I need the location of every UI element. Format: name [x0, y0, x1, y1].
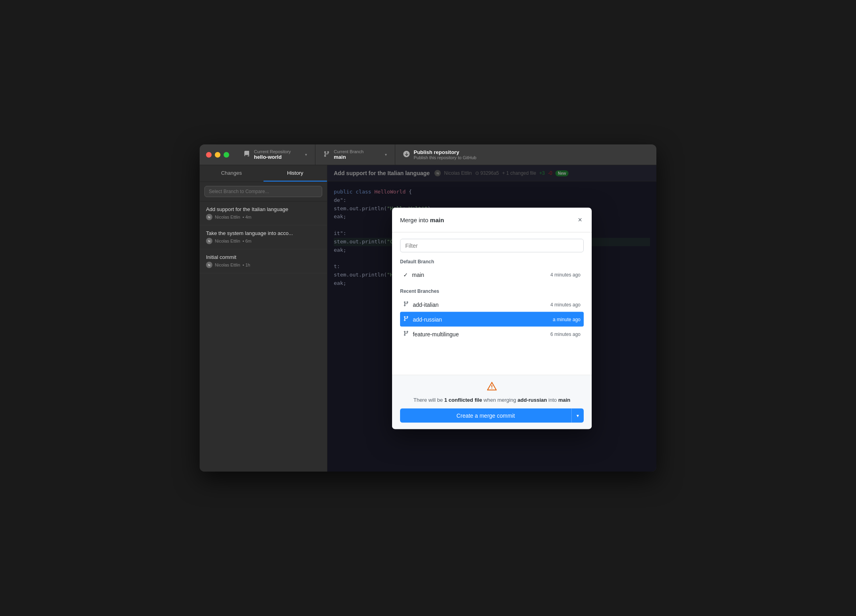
- branch-chevron-icon: ▾: [385, 152, 387, 157]
- merge-modal: Merge into main × Default Branch ✓ main …: [392, 208, 592, 429]
- branch-name: main: [412, 272, 547, 278]
- commit-list: Add support for the Italian language N N…: [200, 201, 327, 472]
- modal-footer: There will be 1 conflicted file when mer…: [392, 375, 592, 429]
- app-window: Current Repository hello-world ▾ Current…: [200, 144, 656, 472]
- merge-commit-dropdown-button[interactable]: ▾: [571, 409, 584, 423]
- branch-name: feature-multilingue: [413, 331, 547, 337]
- branch-item-main[interactable]: ✓ main 4 minutes ago: [400, 268, 584, 282]
- repo-chevron-icon: ▾: [305, 152, 307, 157]
- branch-filter-input[interactable]: [400, 239, 584, 253]
- list-item[interactable]: Add support for the Italian language N N…: [200, 201, 327, 225]
- svg-point-0: [491, 388, 492, 389]
- minimize-button[interactable]: [215, 152, 220, 158]
- toolbar: Current Repository hello-world ▾ Current…: [236, 144, 650, 165]
- publish-text: Publish repository Publish this reposito…: [414, 149, 476, 160]
- branch-compare-search: [200, 182, 327, 201]
- list-item[interactable]: Initial commit N Nicolas Ettlin • 1h: [200, 249, 327, 273]
- branch-name: add-italian: [413, 301, 547, 308]
- modal-title: Merge into main: [400, 217, 444, 223]
- commit-time: • 4m: [243, 215, 252, 219]
- branch-item-feature-multilingue[interactable]: feature-multilingue 6 minutes ago: [400, 327, 584, 342]
- merge-button-wrapper: Create a merge commit ▾: [400, 409, 584, 423]
- conflict-text-post: into: [547, 397, 558, 403]
- branch-icon: [323, 151, 330, 159]
- warning-icon: [487, 382, 497, 394]
- close-button[interactable]: [206, 152, 212, 158]
- branch-name: add-russian: [413, 316, 549, 322]
- commit-title: Add support for the Italian language: [206, 206, 321, 212]
- branch-label: Current Branch: [334, 149, 364, 154]
- git-branch-icon: [403, 316, 409, 323]
- branch-time: a minute ago: [553, 316, 581, 322]
- conflict-description: There will be 1 conflicted file when mer…: [413, 397, 570, 403]
- create-merge-commit-button[interactable]: Create a merge commit: [400, 409, 571, 423]
- publish-section[interactable]: Publish repository Publish this reposito…: [395, 144, 650, 165]
- modal-close-button[interactable]: ×: [576, 214, 584, 226]
- avatar: N: [206, 262, 212, 268]
- conflict-warning: There will be 1 conflicted file when mer…: [400, 382, 584, 403]
- main-content: Changes History Add support for the Ital…: [200, 165, 656, 472]
- sidebar-tabs: Changes History: [200, 165, 327, 182]
- default-branch-section-label: Default Branch: [400, 259, 584, 265]
- branch-item-add-italian[interactable]: add-italian 4 minutes ago: [400, 297, 584, 312]
- commit-title: Take the system language into acco...: [206, 230, 321, 236]
- recent-branches-section-label: Recent Branches: [400, 288, 584, 294]
- modal-title-prefix: Merge into: [400, 217, 430, 223]
- commit-author: Nicolas Ettlin: [215, 263, 240, 267]
- commit-meta: N Nicolas Ettlin • 1h: [206, 262, 321, 268]
- avatar: N: [206, 214, 212, 220]
- publish-sublabel: Publish this repository to GitHub: [414, 155, 476, 160]
- commit-time: • 1h: [243, 263, 250, 267]
- conflict-bold1: 1 conflicted file: [444, 397, 482, 403]
- tab-history[interactable]: History: [264, 165, 327, 182]
- conflict-text-pre: There will be: [413, 397, 444, 403]
- commit-author: Nicolas Ettlin: [215, 215, 240, 219]
- recent-branch-list: add-italian 4 minutes ago add-russian a …: [400, 297, 584, 342]
- repo-text: Current Repository hello-world: [254, 149, 291, 160]
- sidebar: Changes History Add support for the Ital…: [200, 165, 327, 472]
- conflict-bold2: add-russian: [517, 397, 547, 403]
- commit-title: Initial commit: [206, 254, 321, 260]
- branch-compare-input[interactable]: [204, 186, 322, 197]
- repo-label: Current Repository: [254, 149, 291, 154]
- commit-author: Nicolas Ettlin: [215, 239, 240, 243]
- publish-label: Publish repository: [414, 149, 476, 155]
- modal-title-branch: main: [430, 217, 444, 223]
- branch-time: 4 minutes ago: [551, 302, 581, 307]
- branch-value: main: [334, 154, 364, 160]
- modal-body: Default Branch ✓ main 4 minutes ago Rece…: [392, 233, 592, 372]
- avatar: N: [206, 238, 212, 244]
- tab-changes[interactable]: Changes: [200, 165, 264, 182]
- conflict-text-mid: when merging: [482, 397, 517, 403]
- conflict-bold3: main: [558, 397, 570, 403]
- titlebar: Current Repository hello-world ▾ Current…: [200, 144, 656, 165]
- check-icon: ✓: [403, 272, 408, 278]
- maximize-button[interactable]: [224, 152, 229, 158]
- modal-header: Merge into main ×: [392, 208, 592, 233]
- current-branch-section[interactable]: Current Branch main ▾: [315, 144, 395, 165]
- traffic-lights: [206, 152, 229, 158]
- modal-spacer: [400, 342, 584, 365]
- current-repo-section[interactable]: Current Repository hello-world ▾: [236, 144, 315, 165]
- git-branch-icon: [403, 301, 409, 308]
- commit-meta: N Nicolas Ettlin • 4m: [206, 214, 321, 220]
- list-item[interactable]: Take the system language into acco... N …: [200, 225, 327, 249]
- branch-text: Current Branch main: [334, 149, 364, 160]
- branch-item-add-russian[interactable]: add-russian a minute ago: [400, 312, 584, 327]
- default-branch-list: ✓ main 4 minutes ago: [400, 268, 584, 282]
- code-area: Add support for the Italian language N N…: [327, 165, 656, 472]
- branch-time: 4 minutes ago: [551, 272, 581, 278]
- repo-icon: [244, 151, 250, 159]
- git-branch-icon: [403, 331, 409, 338]
- publish-icon: [403, 151, 410, 159]
- commit-time: • 6m: [243, 239, 252, 243]
- repo-value: hello-world: [254, 154, 291, 160]
- commit-meta: N Nicolas Ettlin • 6m: [206, 238, 321, 244]
- branch-time: 6 minutes ago: [551, 331, 581, 337]
